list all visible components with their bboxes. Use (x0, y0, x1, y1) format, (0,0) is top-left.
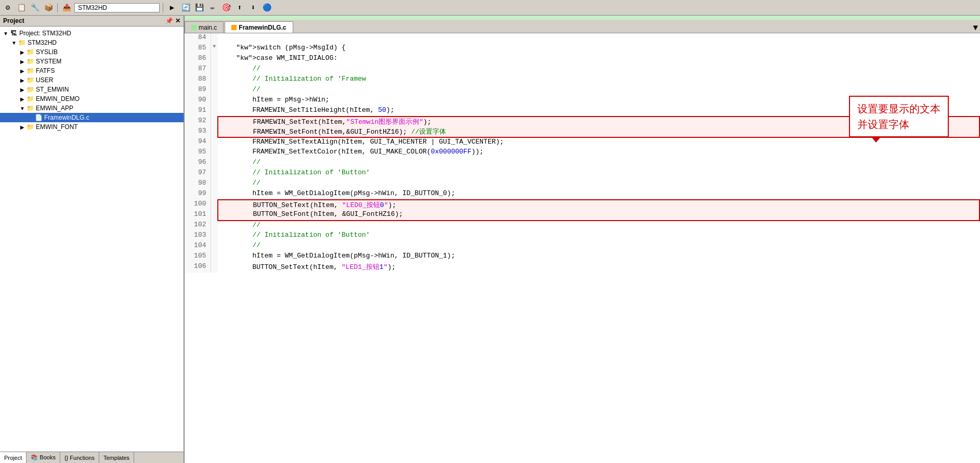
line-fold-91[interactable] (211, 106, 218, 117)
tree-item-root[interactable]: ▼🏗Project: STM32HD (0, 29, 184, 38)
tab-bar: main.c FramewinDLG.c ▼ (185, 20, 980, 33)
line-fold-90[interactable] (211, 96, 218, 106)
line-fold-101[interactable] (211, 210, 218, 221)
line-code-103[interactable]: // Initialization of 'Button' (218, 231, 979, 241)
line-num-84: 84 (185, 33, 211, 44)
line-fold-93[interactable] (211, 127, 218, 137)
line-code-104[interactable]: // (218, 241, 979, 252)
line-num-98: 98 (185, 179, 211, 189)
tab-framewin-dlg[interactable]: FramewinDLG.c (225, 21, 293, 33)
line-code-99[interactable]: hItem = WM_GetDialogItem(pMsg->hWin, ID_… (218, 189, 979, 200)
line-code-87[interactable]: // (218, 65, 979, 75)
tree-expand-emwin_demo[interactable]: ▶ (19, 96, 26, 102)
sidebar-tab-functions[interactable]: {} Functions (60, 452, 99, 463)
line-code-96[interactable]: // (218, 158, 979, 169)
toolbar-icon-7[interactable]: ⬇ (247, 2, 259, 14)
sidebar-tab-project[interactable]: Project (0, 452, 27, 463)
toolbar-icon-debug[interactable]: 🔄 (180, 2, 191, 14)
line-code-102[interactable]: // (218, 221, 979, 231)
sidebar-close-icon[interactable]: ✕ (175, 17, 180, 24)
line-fold-102[interactable] (211, 221, 218, 231)
toolbar-icon-save[interactable]: 💾 (193, 2, 205, 14)
line-fold-87[interactable] (211, 65, 218, 75)
line-code-88[interactable]: // Initialization of 'Framew (218, 75, 979, 85)
line-fold-95[interactable] (211, 148, 218, 158)
tree-item-user[interactable]: ▶📁USER (0, 75, 184, 85)
sidebar-pin-icon[interactable]: 📌 (165, 17, 173, 24)
line-fold-92[interactable] (211, 117, 218, 127)
tree-expand-stm32hd[interactable]: ▼ (10, 40, 18, 46)
line-code-84[interactable] (218, 33, 979, 44)
tab-main-c[interactable]: main.c (185, 21, 224, 33)
line-code-86[interactable]: "kw">case WM_INIT_DIALOG: (218, 54, 979, 65)
line-fold-86[interactable] (211, 54, 218, 65)
code-row-84: 84 (185, 33, 979, 44)
tab-scroll-right[interactable]: ▼ (973, 23, 980, 33)
tree-item-emwin_app[interactable]: ▼📁EMWIN_APP (0, 104, 184, 113)
line-fold-100[interactable] (211, 200, 218, 210)
toolbar-icon-3[interactable]: 🔧 (29, 2, 41, 14)
toolbar-icon-2[interactable]: 📋 (16, 2, 27, 14)
sidebar-tab-books[interactable]: 📚 Books (27, 452, 60, 463)
line-code-95[interactable]: FRAMEWIN_SetTextColor(hItem, GUI_MAKE_CO… (218, 148, 979, 158)
sidebar-header-icons: 📌 ✕ (165, 17, 180, 24)
tree-expand-fatfs[interactable]: ▶ (19, 68, 26, 74)
line-fold-103[interactable] (211, 231, 218, 241)
tree-item-stm32hd[interactable]: ▼📁STM32HD (0, 38, 184, 47)
line-code-106[interactable]: BUTTON_SetText(hItem, "LED1_按钮1"); (218, 262, 979, 273)
line-fold-94[interactable] (211, 137, 218, 148)
line-num-87: 87 (185, 65, 211, 75)
main-area: Project 📌 ✕ ▼🏗Project: STM32HD▼📁STM32HD▶… (0, 16, 980, 463)
tree-expand-emwin_app[interactable]: ▼ (19, 106, 26, 111)
tree-item-emwin_font[interactable]: ▶📁EMWIN_FONT (0, 122, 184, 132)
tree-expand-root[interactable]: ▼ (2, 31, 9, 36)
line-fold-104[interactable] (211, 241, 218, 252)
tree-item-system[interactable]: ▶📁SYSTEM (0, 57, 184, 66)
line-code-89[interactable]: // (218, 85, 979, 96)
tree-expand-st_emwin[interactable]: ▶ (19, 87, 26, 93)
tree-item-emwin_demo[interactable]: ▶📁EMWIN_DEMO (0, 94, 184, 104)
line-code-100[interactable]: BUTTON_SetText(hItem, "LED0_按钮0"); (218, 200, 979, 210)
line-code-85[interactable]: "kw">switch (pMsg->MsgId) { (218, 44, 979, 54)
toolbar-icon-run[interactable]: ▶ (166, 2, 178, 14)
line-code-105[interactable]: hItem = WM_GetDialogItem(pMsg->hWin, ID_… (218, 252, 979, 262)
code-row-101: 101 BUTTON_SetFont(hItem, &GUI_FontHZ16)… (185, 210, 979, 221)
tree-expand-syslib[interactable]: ▶ (19, 49, 26, 55)
tree-label-framewindlg: FramewinDLG.c (44, 114, 89, 121)
line-fold-96[interactable] (211, 158, 218, 169)
line-code-97[interactable]: // Initialization of 'Button' (218, 169, 979, 179)
tree-item-syslib[interactable]: ▶📁SYSLIB (0, 47, 184, 57)
line-code-101[interactable]: BUTTON_SetFont(hItem, &GUI_FontHZ16); (218, 210, 979, 221)
code-row-102: 102 // (185, 221, 979, 231)
tree-item-st_emwin[interactable]: ▶📁ST_EMWIN (0, 85, 184, 94)
toolbar-icon-5[interactable]: 🎯 (220, 2, 232, 14)
code-table: 8485▼ "kw">switch (pMsg->MsgId) {86 "kw"… (185, 33, 980, 273)
toolbar-icon-load[interactable]: 📤 (61, 2, 72, 14)
project-name-input[interactable] (74, 3, 160, 12)
line-fold-88[interactable] (211, 75, 218, 85)
line-fold-85[interactable]: ▼ (211, 44, 218, 54)
code-editor[interactable]: 8485▼ "kw">switch (pMsg->MsgId) {86 "kw"… (185, 33, 980, 463)
tree-expand-system[interactable]: ▶ (19, 59, 26, 65)
toolbar-icon-4[interactable]: 📦 (43, 2, 54, 14)
toolbar-icon-6[interactable]: ⬆ (234, 2, 245, 14)
tree-item-framewindlg[interactable]: 📄FramewinDLG.c (0, 113, 184, 122)
toolbar-icon-edit[interactable]: ✏️ (207, 2, 218, 14)
line-fold-105[interactable] (211, 252, 218, 262)
code-row-97: 97 // Initialization of 'Button' (185, 169, 979, 179)
toolbar-icon-1[interactable]: ⚙ (2, 2, 14, 14)
line-code-94[interactable]: FRAMEWIN_SetTextAlign(hItem, GUI_TA_HCEN… (218, 137, 979, 148)
tree-item-fatfs[interactable]: ▶📁FATFS (0, 66, 184, 75)
sidebar-tab-templates[interactable]: Templates (99, 452, 134, 463)
line-fold-98[interactable] (211, 179, 218, 189)
toolbar-icon-8[interactable]: 🔵 (261, 2, 272, 14)
line-fold-99[interactable] (211, 189, 218, 200)
line-fold-106[interactable] (211, 262, 218, 273)
line-fold-97[interactable] (211, 169, 218, 179)
project-tree: ▼🏗Project: STM32HD▼📁STM32HD▶📁SYSLIB▶📁SYS… (0, 27, 184, 452)
line-fold-84[interactable] (211, 33, 218, 44)
tree-expand-user[interactable]: ▶ (19, 78, 26, 83)
line-code-98[interactable]: // (218, 179, 979, 189)
line-fold-89[interactable] (211, 85, 218, 96)
tree-expand-emwin_font[interactable]: ▶ (19, 124, 26, 130)
